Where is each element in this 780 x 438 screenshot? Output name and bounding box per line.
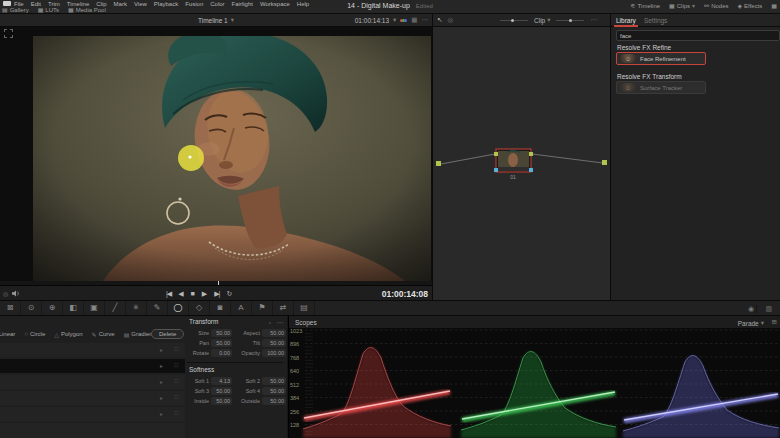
soft2-value[interactable]: 50.00 <box>262 377 286 385</box>
color-wheels-icon[interactable]: ◧ <box>63 301 84 315</box>
node-target-icon[interactable]: ◎ <box>447 16 453 24</box>
layout-grid-icon[interactable]: ▦ <box>771 2 777 9</box>
menu-color[interactable]: Color <box>210 1 224 7</box>
row-checkbox-icon[interactable]: □ <box>174 378 178 384</box>
tab-settings[interactable]: Settings <box>644 17 668 24</box>
tracker-icon[interactable]: A <box>231 301 252 315</box>
row-checkbox-icon[interactable]: □ <box>174 362 178 368</box>
go-to-end-button[interactable]: ▶| <box>214 286 219 301</box>
keyframes-icon[interactable]: ▤ <box>294 301 315 315</box>
window-shape-linear[interactable]: ▱Linear <box>0 331 15 338</box>
loop-button[interactable]: ↻ <box>226 286 232 301</box>
viewer-marker-icon[interactable] <box>4 29 13 38</box>
pointer-tool-icon[interactable]: ↖ <box>437 16 442 24</box>
row-checkbox-icon[interactable]: □ <box>174 410 178 416</box>
window-outline-icon[interactable]: ◇ <box>189 301 210 315</box>
media-pool-toggle[interactable]: ▦Media Pool <box>68 6 106 13</box>
viewer-timecode[interactable]: 01:00:14:13 <box>355 17 389 24</box>
dot-window-icon[interactable]: ⊙ <box>21 301 42 315</box>
crop-tool-icon[interactable]: ⊠ <box>0 301 21 315</box>
lightbox-icon[interactable]: ◉ <box>748 305 754 313</box>
soft4-value[interactable]: 50.00 <box>262 387 286 395</box>
aspect-value[interactable]: 50.00 <box>262 329 286 337</box>
rotate-value[interactable]: 0.00 <box>211 349 232 357</box>
row-checkbox-icon[interactable]: □ <box>174 394 178 400</box>
project-title: 14 - Digital Make-up <box>347 2 410 9</box>
window-shape-circle[interactable]: ○Circle <box>24 331 45 337</box>
window-list-row[interactable] <box>0 423 185 438</box>
split-screen-icon[interactable]: ╱ <box>105 301 126 315</box>
clips-toggle[interactable]: ▦Clips▾ <box>669 2 695 9</box>
size-value[interactable]: 50.00 <box>211 329 232 337</box>
color-wheel-icon[interactable] <box>400 19 407 22</box>
scope-expand-icon[interactable]: ⊞ <box>772 318 777 326</box>
fx-face-refinement[interactable]: ☺ Face Refinement <box>616 52 706 65</box>
window-shape-curve[interactable]: ✎Curve <box>92 331 115 338</box>
image-wipe-icon[interactable]: ▣ <box>84 301 105 315</box>
face-refinement-thumb-icon: ☺ <box>620 54 636 63</box>
delete-window-button[interactable]: Delete <box>151 329 184 339</box>
fx-surface-tracker[interactable]: ☺ Surface Tracker <box>616 81 706 94</box>
soft1-value[interactable]: 4.13 <box>211 377 232 385</box>
node-pan-slider[interactable] <box>556 20 584 21</box>
scope-mode-select[interactable]: Parade▾ <box>738 319 764 327</box>
nodes-toggle[interactable]: ⚯Nodes <box>704 2 728 9</box>
picker-icon[interactable]: ✎ <box>147 301 168 315</box>
opacity-value[interactable]: 100.00 <box>262 349 286 357</box>
svg-text:512: 512 <box>290 382 299 388</box>
soft3-value[interactable]: 50.00 <box>211 387 232 395</box>
window-list-row[interactable]: ▸□ <box>0 375 185 389</box>
menu-view[interactable]: View <box>134 1 147 7</box>
palette-options-icon[interactable]: ⋯ <box>277 319 284 327</box>
step-back-button[interactable]: ◀ <box>178 286 183 301</box>
gallery-toggle[interactable]: ▤Gallery <box>2 6 29 13</box>
timeline-toggle[interactable]: ⚟Timeline <box>630 2 660 9</box>
tab-library[interactable]: Library <box>616 17 636 25</box>
node-mode-select[interactable]: Clip▾ <box>534 16 550 24</box>
compare-icon[interactable]: ⇄ <box>273 301 294 315</box>
window-list-row[interactable]: ▸□ <box>0 359 185 373</box>
flag-icon[interactable]: ⚑ <box>252 301 273 315</box>
node-input-connector[interactable] <box>436 161 441 166</box>
menu-workspace[interactable]: Workspace <box>260 1 290 7</box>
blur-icon[interactable]: ✳ <box>126 301 147 315</box>
menu-fairlight[interactable]: Fairlight <box>232 1 253 7</box>
go-to-start-button[interactable]: |◀ <box>166 286 171 301</box>
pan-value[interactable]: 50.00 <box>211 339 232 347</box>
window-list-row[interactable]: ▸□ <box>0 343 185 357</box>
window-shape-polygon[interactable]: △Polygon <box>54 331 82 338</box>
luts-toggle[interactable]: ▦LUTs <box>38 6 59 13</box>
speaker-icon[interactable] <box>12 290 20 297</box>
grid-view-icon[interactable]: ▦ <box>411 16 417 24</box>
row-checkbox-icon[interactable]: □ <box>174 346 178 352</box>
grab-still-icon[interactable]: ◎ <box>3 290 8 297</box>
palette-mini-icon[interactable]: ▫ <box>269 319 271 326</box>
corrector-node-01[interactable] <box>494 149 533 172</box>
data-levels-icon[interactable]: ▥ <box>756 305 772 313</box>
face-info-icon[interactable]: ◙ <box>210 301 231 315</box>
stop-button[interactable]: ■ <box>191 286 195 301</box>
window-shape-gradient[interactable]: ▤Gradient <box>124 331 155 338</box>
field-label: Outside <box>234 398 260 404</box>
node-zoom-slider[interactable] <box>500 20 528 21</box>
menu-mark[interactable]: Mark <box>114 1 127 7</box>
outside-value[interactable]: 50.00 <box>262 397 286 405</box>
magic-mask-icon[interactable]: ⊕ <box>42 301 63 315</box>
inside-value[interactable]: 50.00 <box>211 397 232 405</box>
node-options-icon[interactable]: ⋯ <box>590 16 597 24</box>
window-list-row[interactable]: ▸□ <box>0 407 185 421</box>
color-viewer[interactable] <box>0 27 432 281</box>
node-output-connector[interactable] <box>602 160 607 165</box>
effects-search-input[interactable] <box>616 30 780 41</box>
overflow-menu-icon[interactable]: ⋯ <box>422 16 429 24</box>
field-label: Soft 4 <box>234 388 260 394</box>
play-button[interactable]: ▶ <box>202 286 207 301</box>
node-editor[interactable]: 01 <box>432 27 610 300</box>
window-list-row[interactable]: ▸□ <box>0 391 185 405</box>
menu-fusion[interactable]: Fusion <box>185 1 203 7</box>
power-window-icon[interactable]: ◯ <box>168 301 189 315</box>
tilt-value[interactable]: 50.00 <box>262 339 286 347</box>
menu-help[interactable]: Help <box>297 1 309 7</box>
effects-toggle[interactable]: ◈Effects <box>737 2 762 9</box>
menu-playback[interactable]: Playback <box>154 1 178 7</box>
